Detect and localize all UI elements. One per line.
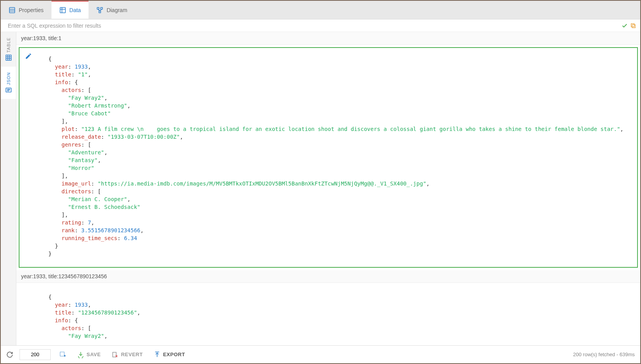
- side-tab-table-label: TABLE: [6, 37, 11, 53]
- side-tab-json[interactable]: JSON: [1, 67, 16, 99]
- revert-label: REVERT: [121, 352, 143, 357]
- diagram-icon: [96, 7, 103, 14]
- add-row-icon: [59, 351, 66, 358]
- save-label: SAVE: [87, 352, 101, 357]
- tab-properties[interactable]: Properties: [1, 1, 51, 19]
- tab-data[interactable]: Data: [51, 0, 89, 19]
- side-tab-json-label: JSON: [6, 72, 11, 85]
- record-body: { year: 1933, title: "1", info: { actors…: [19, 47, 638, 268]
- json-text[interactable]: { year: 1933, title: "1234567890123456",…: [19, 293, 637, 340]
- json-content[interactable]: year:1933, title:1{ year: 1933, title: "…: [16, 32, 640, 345]
- properties-icon: [9, 7, 16, 14]
- revert-button[interactable]: REVERT: [109, 350, 145, 360]
- svg-rect-22: [60, 352, 64, 356]
- filter-history-icon[interactable]: [630, 23, 636, 29]
- sql-filter-input[interactable]: [1, 19, 622, 32]
- footer-status: 200 row(s) fetched - 639ms: [573, 352, 635, 357]
- footer-bar: SAVE REVERT EXPORT 200 row(s) fetched - …: [1, 345, 640, 363]
- edit-icon[interactable]: [25, 53, 32, 61]
- save-button[interactable]: SAVE: [75, 350, 103, 360]
- record-header[interactable]: year:1933, title:1: [16, 32, 640, 45]
- main-area: TABLE JSON year:1933, title:1{ year: 193…: [1, 32, 640, 345]
- filter-bar: [1, 19, 640, 32]
- tab-data-label: Data: [69, 7, 81, 13]
- svg-rect-13: [6, 55, 11, 60]
- table-icon: [5, 54, 12, 61]
- svg-rect-25: [113, 352, 116, 357]
- json-icon: [5, 87, 12, 94]
- save-icon: [77, 351, 84, 358]
- tab-diagram-label: Diagram: [106, 7, 127, 13]
- side-tabs: TABLE JSON: [1, 32, 16, 345]
- side-tab-table[interactable]: TABLE: [1, 32, 16, 67]
- svg-rect-6: [97, 7, 99, 9]
- svg-rect-12: [632, 25, 635, 28]
- refresh-icon[interactable]: [6, 351, 13, 358]
- tab-properties-label: Properties: [19, 7, 44, 13]
- top-tabs: Properties Data Diagram: [1, 1, 640, 19]
- record-body: { year: 1933, title: "1234567890123456",…: [19, 285, 638, 345]
- svg-rect-8: [99, 11, 101, 13]
- apply-filter-icon[interactable]: [622, 23, 628, 29]
- page-size-input[interactable]: [19, 349, 51, 360]
- svg-rect-3: [60, 7, 66, 13]
- svg-rect-0: [9, 7, 15, 13]
- export-label: EXPORT: [163, 352, 185, 357]
- svg-rect-11: [631, 23, 634, 27]
- svg-rect-7: [101, 7, 103, 9]
- export-button[interactable]: EXPORT: [151, 350, 187, 360]
- data-icon: [59, 7, 66, 14]
- record-header[interactable]: year:1933, title:1234567890123456: [16, 270, 640, 283]
- export-icon: [154, 351, 161, 358]
- revert-icon: [112, 351, 119, 358]
- tab-diagram[interactable]: Diagram: [89, 1, 135, 19]
- add-row-button[interactable]: [57, 350, 69, 360]
- json-text[interactable]: { year: 1933, title: "1", info: { actors…: [19, 55, 637, 258]
- filter-actions: [622, 23, 640, 29]
